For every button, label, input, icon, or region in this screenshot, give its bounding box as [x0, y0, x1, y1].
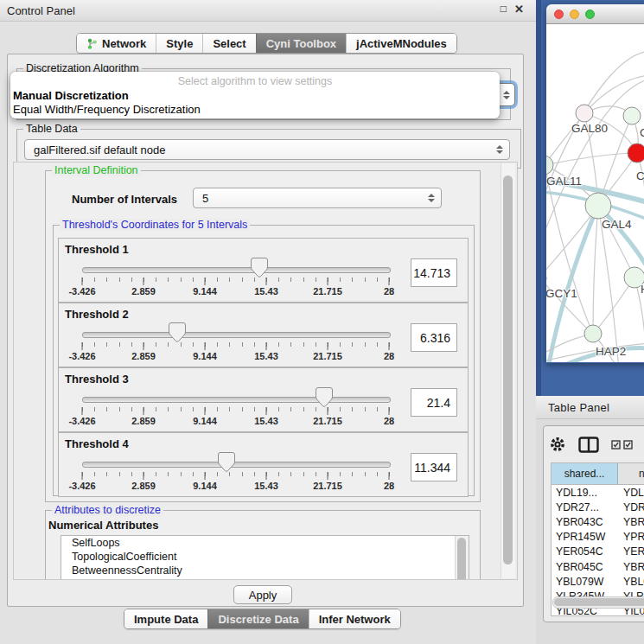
table-data-combobox[interactable]: galFiltered.sif default node	[24, 139, 510, 160]
table-horizontal-scrollbar-thumb[interactable]	[554, 598, 644, 606]
tab-discretize-data[interactable]: Discretize Data	[207, 609, 308, 628]
float-icon[interactable]: □	[501, 3, 507, 16]
tab-cyni-toolbox[interactable]: Cyni Toolbox	[256, 34, 346, 53]
node-label: H	[641, 283, 644, 296]
table-cell-name[interactable]: YPR1	[617, 531, 644, 543]
tab-impute-data[interactable]: Impute Data	[124, 609, 207, 628]
settings-scrollbar-thumb[interactable]	[503, 175, 513, 564]
slider-tick-label: 28	[384, 286, 394, 296]
tab-cyni-toolbox-label: Cyni Toolbox	[266, 37, 336, 50]
thresholds-group: Threshold's Coordinates for 5 Intervals …	[53, 225, 475, 496]
list-scrollbar-thumb[interactable]	[457, 538, 466, 580]
table-panel: Table Panel	[536, 396, 644, 644]
gear-icon[interactable]	[549, 436, 566, 453]
table-cell-name[interactable]: YBL0	[617, 576, 644, 588]
control-panel: Control Panel □ ✕ Network Style Select C…	[0, 0, 537, 644]
threshold-label: Threshold 3	[65, 373, 129, 386]
threshold-slider-thumb[interactable]	[218, 452, 235, 472]
threshold-slider-track[interactable]	[82, 267, 391, 273]
list-scrollbar[interactable]	[455, 536, 469, 580]
table-cell-name[interactable]: YBR0	[617, 561, 644, 573]
node-hap2[interactable]	[584, 325, 602, 342]
tab-network[interactable]: Network	[77, 34, 156, 53]
threshold-slider-thumb[interactable]	[251, 258, 268, 277]
bottom-tab-bar: Impute Data Discretize Data Infer Networ…	[124, 609, 401, 629]
tab-infer-network[interactable]: Infer Network	[309, 609, 400, 628]
threshold-slider-thumb[interactable]	[316, 387, 333, 407]
number-of-intervals-combobox[interactable]: 5	[193, 188, 442, 208]
window-minimize-icon[interactable]	[570, 10, 579, 19]
table-cell-name[interactable]: YDR2	[617, 501, 644, 513]
node-label: GAL11	[546, 175, 582, 188]
table-row[interactable]: YPR145WYPR1	[552, 530, 644, 545]
table-row[interactable]: YBR043CYBR0	[552, 514, 644, 529]
table-row[interactable]: YDL19...YDL1	[552, 485, 644, 500]
table-cell-name[interactable]: YBR0	[617, 516, 644, 528]
slider-major-tick	[266, 342, 267, 350]
slider-major-tick	[328, 472, 328, 480]
algorithm-popup-hint: Select algorithm to view settings	[10, 72, 500, 89]
threshold-value-field[interactable]: 11.344	[411, 453, 457, 481]
table-cell-shared-name[interactable]: YDR27...	[552, 501, 617, 513]
slider-major-tick	[143, 472, 144, 480]
threshold-box: Threshold 4 -3.4262.8599.14415.4321.7152…	[58, 432, 469, 497]
threshold-slider-thumb[interactable]	[169, 322, 186, 342]
window-zoom-icon[interactable]	[585, 10, 595, 19]
slider-major-tick	[143, 277, 144, 285]
threshold-value-field[interactable]: 14.713	[411, 258, 457, 287]
tab-style[interactable]: Style	[156, 34, 202, 53]
numerical-attributes-list[interactable]: SelfLoopsTopologicalCoefficientBetweenne…	[61, 535, 469, 580]
combo-arrows-icon	[503, 91, 510, 99]
table-row[interactable]: YBL079WYBL0	[552, 574, 644, 589]
threshold-slider-track[interactable]	[82, 332, 391, 338]
window-close-icon[interactable]	[554, 10, 564, 19]
node-gal11[interactable]	[546, 156, 553, 175]
apply-button[interactable]: Apply	[233, 585, 292, 604]
attribute-list-item[interactable]: SelfLoops	[61, 536, 469, 550]
table-row[interactable]: YER054CYER0	[552, 545, 644, 559]
table-cell-name[interactable]: YER0	[617, 545, 644, 558]
threshold-value-field[interactable]: 21.4	[411, 388, 457, 417]
threshold-value-field[interactable]: 6.316	[411, 323, 457, 352]
network-window-titlebar[interactable]	[546, 4, 644, 24]
attribute-list-item[interactable]: BetweennessCentrality	[61, 564, 469, 577]
table-cell-name[interactable]: YDL1	[617, 487, 644, 499]
slider-major-tick	[205, 472, 206, 480]
slider-major-tick	[266, 407, 267, 415]
checkbox-icon[interactable]	[611, 440, 621, 450]
table-header-shared-name[interactable]: shared...	[552, 463, 618, 484]
slider-major-tick	[328, 342, 328, 350]
slider-major-tick	[328, 277, 328, 285]
node-red[interactable]	[628, 143, 644, 163]
slider-tick-label: 2.859	[131, 351, 156, 361]
table-cell-shared-name[interactable]: YER054C	[552, 545, 617, 558]
table-horizontal-scrollbar[interactable]	[552, 596, 644, 609]
threshold-label: Threshold 1	[65, 243, 129, 256]
node-gal4[interactable]	[585, 193, 611, 219]
settings-scrollbar[interactable]	[501, 163, 515, 578]
algorithm-option-equal-width[interactable]: Equal Width/Frequency Discretization	[10, 103, 500, 117]
node-top-right[interactable]	[623, 107, 641, 124]
table-cell-shared-name[interactable]: YPR145W	[552, 531, 617, 543]
table-header-name[interactable]: na	[618, 463, 644, 484]
threshold-box: Threshold 2 -3.4262.8599.14415.4321.7152…	[58, 303, 469, 367]
table-panel-body: shared... na YDL19...YDL1YDR27...YDR2YBR…	[543, 425, 644, 622]
tab-jactivemnodules[interactable]: jActiveMNodules	[346, 34, 456, 53]
threshold-slider-track[interactable]	[82, 397, 391, 403]
tab-infer-network-label: Infer Network	[319, 613, 391, 626]
node-pink[interactable]	[576, 105, 593, 122]
algorithm-option-manual[interactable]: Manual Discretization	[10, 89, 500, 103]
table-cell-shared-name[interactable]: YBR043C	[552, 516, 617, 528]
table-cell-shared-name[interactable]: YDL19...	[552, 487, 617, 499]
threshold-slider-track[interactable]	[82, 462, 391, 468]
table-row[interactable]: YDR27...YDR2	[552, 500, 644, 514]
table-cell-shared-name[interactable]: YBR045C	[552, 561, 617, 573]
split-columns-icon[interactable]	[578, 437, 599, 453]
close-icon[interactable]: ✕	[514, 3, 524, 16]
table-row[interactable]: YBR045CYBR0	[552, 559, 644, 574]
attribute-list-item[interactable]: TopologicalCoefficient	[61, 550, 469, 564]
tab-select[interactable]: Select	[202, 34, 255, 53]
checkbox-icon[interactable]	[623, 440, 633, 450]
network-canvas[interactable]: GAL80GACGAL11GAL4GCY1HHAP2	[546, 24, 644, 362]
table-cell-shared-name[interactable]: YBL079W	[552, 576, 617, 588]
